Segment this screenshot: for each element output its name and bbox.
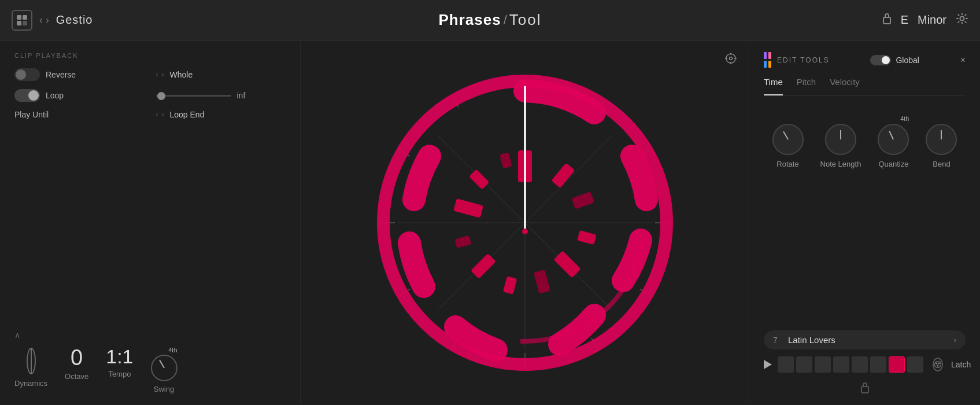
edit-tools-header: EDIT TOOLS Global × <box>764 52 966 68</box>
step-btn-1[interactable] <box>778 356 794 373</box>
header-center: Phrases / Tool <box>438 11 541 29</box>
octave-label: Octave <box>65 372 88 381</box>
svg-rect-3 <box>23 21 27 25</box>
tempo-item: 1:1 Tempo <box>106 347 133 378</box>
loop-label: Loop <box>46 91 64 100</box>
svg-point-47 <box>936 363 938 365</box>
crosshair-icon[interactable] <box>724 52 737 68</box>
app-title: Gestio <box>56 13 93 27</box>
dynamics-label: Dynamics <box>14 379 47 388</box>
scale-label[interactable]: Minor <box>918 13 946 27</box>
octave-item: 0 Octave <box>65 347 88 381</box>
swing-label: Swing <box>154 385 174 393</box>
header-left: ‹ › Gestio <box>12 10 93 31</box>
note-length-knob[interactable] <box>825 124 856 155</box>
loop-end-arrows: ‹ › <box>156 111 164 119</box>
key-label[interactable]: E <box>901 13 908 27</box>
lock-bottom[interactable] <box>764 382 966 393</box>
reverse-toggle[interactable] <box>14 68 40 81</box>
main: CLIP PLAYBACK Reverse ‹ › Whole Loop <box>0 41 980 405</box>
svg-point-45 <box>522 229 528 234</box>
tab-velocity[interactable]: Velocity <box>830 77 860 90</box>
left-panel: CLIP PLAYBACK Reverse ‹ › Whole Loop <box>0 41 301 405</box>
svg-point-49 <box>937 365 939 367</box>
quantize-label: Quantize <box>878 160 908 168</box>
global-toggle: Global <box>870 55 919 65</box>
header: ‹ › Gestio Phrases / Tool E Minor <box>0 0 980 41</box>
preset-name: Latin Lovers <box>788 335 948 345</box>
svg-point-46 <box>935 362 941 368</box>
step-btn-4[interactable] <box>833 356 849 373</box>
loop-count-slider[interactable] <box>156 95 231 97</box>
whole-right-arrow[interactable]: › <box>162 71 164 79</box>
title-slash: / <box>504 13 507 28</box>
bottom-row: Dynamics 0 Octave 1:1 Tempo 4th <box>14 347 286 393</box>
step-btn-8[interactable] <box>907 356 923 373</box>
dynamics-item: Dynamics <box>14 347 47 388</box>
step-btn-2[interactable] <box>796 356 812 373</box>
svg-rect-35 <box>577 230 597 245</box>
bottom-controls: ∧ Dynamics 0 Octave <box>14 325 286 393</box>
phrases-title: Phrases <box>438 11 501 29</box>
svg-rect-38 <box>502 276 517 294</box>
reverse-row: Reverse <box>14 68 145 81</box>
loop-end-row: ‹ › Loop End <box>156 110 286 119</box>
step-buttons <box>778 356 923 373</box>
rotate-label: Rotate <box>776 160 798 168</box>
loop-count-value: inf <box>237 91 246 100</box>
tab-pitch[interactable]: Pitch <box>797 77 816 90</box>
svg-rect-40 <box>454 235 471 248</box>
nav-forward[interactable]: › <box>46 15 49 25</box>
whole-value: Whole <box>170 70 193 79</box>
tool-title: Tool <box>509 11 542 29</box>
nav-back[interactable]: ‹ <box>39 15 42 25</box>
global-toggle-pill[interactable] <box>870 55 891 65</box>
step-btn-6[interactable] <box>870 356 886 373</box>
grid-icon <box>764 52 771 68</box>
loop-row: Loop <box>14 89 145 102</box>
preset-arrow-icon: › <box>954 336 956 344</box>
preset-selector[interactable]: 7 Latin Lovers › <box>764 330 966 349</box>
loop-end-value: Loop End <box>170 110 205 119</box>
palette-icon[interactable] <box>933 358 943 371</box>
svg-point-9 <box>730 57 733 60</box>
svg-point-8 <box>726 54 735 63</box>
swing-container: 4th <box>151 347 177 381</box>
swing-knob[interactable] <box>151 355 177 381</box>
tempo-label: Tempo <box>108 370 131 378</box>
whole-row: ‹ › Whole <box>156 68 286 81</box>
swing-fourth-label: 4th <box>151 347 177 354</box>
svg-rect-1 <box>23 15 27 20</box>
quantize-knob[interactable] <box>878 124 909 155</box>
step-btn-3[interactable] <box>815 356 831 373</box>
header-right: E Minor <box>882 12 968 28</box>
bend-knob[interactable] <box>926 124 957 155</box>
gear-icon[interactable] <box>956 12 968 28</box>
controls-grid: Reverse ‹ › Whole Loop inf <box>14 68 286 119</box>
loop-end-left-arrow[interactable]: ‹ <box>156 111 158 119</box>
rotate-knob[interactable] <box>772 124 804 155</box>
quantize-top-label: 4th <box>878 115 909 122</box>
bend-knob-item: Bend <box>926 124 957 168</box>
step-btn-5[interactable] <box>852 356 868 373</box>
svg-point-5 <box>960 17 964 21</box>
close-button[interactable]: × <box>960 55 966 65</box>
tab-time[interactable]: Time <box>764 77 783 95</box>
edit-tools-left: EDIT TOOLS <box>764 52 830 68</box>
svg-rect-42 <box>469 169 489 189</box>
loop-end-right-arrow[interactable]: › <box>162 111 164 119</box>
app-icon[interactable] <box>12 10 32 31</box>
svg-rect-34 <box>571 192 594 209</box>
circle-visualizer <box>363 61 687 385</box>
chevron-up[interactable]: ∧ <box>14 330 286 340</box>
whole-left-arrow[interactable]: ‹ <box>156 71 158 79</box>
bend-label: Bend <box>933 160 950 168</box>
svg-point-48 <box>938 363 940 365</box>
step-btn-7[interactable] <box>889 356 905 373</box>
loop-toggle[interactable] <box>14 89 40 102</box>
play-button[interactable] <box>764 356 772 373</box>
play-until-label: Play Until <box>14 110 49 119</box>
svg-rect-2 <box>17 21 21 25</box>
center-panel <box>301 41 749 405</box>
lock-icon[interactable] <box>882 13 892 27</box>
